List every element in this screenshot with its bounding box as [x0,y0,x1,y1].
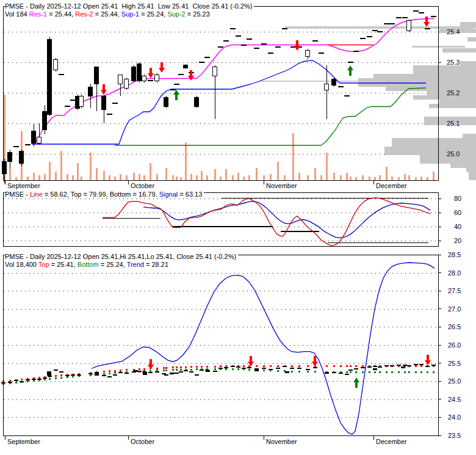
title-line: Vol 18,400 Top = 25.41, Bottom = 25.24, … [5,261,236,269]
trend-y-axis-label: 27.0 [448,305,461,313]
trend-y-axis-label: 28.0 [448,269,461,277]
title-part: Trend [127,261,144,268]
title-part: = 25.23 [186,10,210,18]
x-axis-month-label: December [376,438,407,445]
title-part: Signal [159,191,178,198]
trend-y-axis-label: 28.5 [448,251,461,258]
trend-y-axis-label: 23.5 [448,432,461,439]
trend-y-axis-label: 24.0 [448,413,461,421]
title-line: PMSE - Line = 58.62, Top = 79.99, Bottom… [5,191,202,198]
x-axis-month-label: December [376,182,407,189]
trend-panel-title: PMSE - Daily 2025-12-12 Open 25.41,Hi 25… [5,253,238,269]
title-part: = 28.21 [144,261,168,268]
title-part: Sup-2 [167,10,185,18]
title-line: PMSE - Daily 2025-12-12 Open 25.41,Hi 25… [5,253,236,261]
title-part: = 58.62, Top = 79.99, Bottom = 16.79, [43,191,159,198]
title-part: Vol 18,400 [5,261,38,268]
trend-y-axis-label: 26.0 [448,341,461,349]
x-axis-month-label: October [131,182,154,189]
x-axis-month-label: November [266,438,297,445]
title-part: Top [38,261,49,268]
title-part: PMSE - [5,191,30,198]
price-y-axis-label: 25.1 [447,120,460,127]
x-axis-month-label: September [7,182,40,189]
title-part: Res-1 [29,10,47,18]
price-y-axis-label: 25.0 [447,150,460,158]
price-panel-title: PMSE - Daily 2025-12-12 Open 25.41 High … [5,2,254,18]
title-part: = 25.41, [49,261,78,268]
title-part: = 25.44, [93,10,121,18]
x-axis-month-label: October [131,438,154,445]
oscillator-panel-title: PMSE - Line = 58.62, Top = 79.99, Bottom… [5,191,204,198]
title-part: PMSE - Daily 2025-12-12 Open 25.41 High … [5,2,252,10]
price-y-axis-label: 25.2 [447,89,460,96]
trend-y-axis-label: 26.5 [448,323,461,330]
trend-y-axis-label: 24.5 [448,396,461,403]
title-part: PMSE - Daily 2025-12-12 Open 25.41,Hi 25… [5,253,236,260]
title-part: = 25.24, [139,10,167,18]
title-line: PMSE - Daily 2025-12-12 Open 25.41 High … [5,2,252,10]
price-panel: SeptemberOctoberNovemberDecember25.425.3… [2,6,476,189]
title-part: Bottom [78,261,99,268]
oscillator-y-axis-label: 60 [454,209,461,216]
title-part: Line [30,191,43,198]
chart-canvas: SeptemberOctoberNovemberDecember25.425.3… [0,0,476,455]
price-y-axis-label: 25.4 [447,28,460,35]
x-axis-month-label: September [7,438,40,445]
title-line: Vol 184 Res-1 = 25.44, Res-2 = 25.44, Su… [5,10,252,18]
trend-y-axis-label: 27.5 [448,287,461,294]
title-part: = 63.13 [178,191,202,198]
trend-panel: 28.528.027.527.026.526.025.525.024.524.0… [1,251,461,445]
title-part: Sup-1 [121,10,139,18]
title-part: Res-2 [75,10,93,18]
oscillator-y-axis-label: 20 [454,237,461,244]
price-y-axis-label: 25.3 [447,59,460,66]
oscillator-y-axis-label: 80 [454,195,461,202]
trend-y-axis-label: 25.5 [448,360,461,367]
title-part: = 25.24, [99,261,127,268]
title-part: Vol 184 [5,10,29,18]
oscillator-y-axis-label: 40 [454,223,461,230]
trend-y-axis-label: 25.0 [448,377,461,385]
oscillator-panel: 80604020 [3,192,461,246]
title-part: = 25.44, [47,10,75,18]
chart-window: SeptemberOctoberNovemberDecember25.425.3… [0,0,476,455]
x-axis-month-label: November [266,182,297,189]
